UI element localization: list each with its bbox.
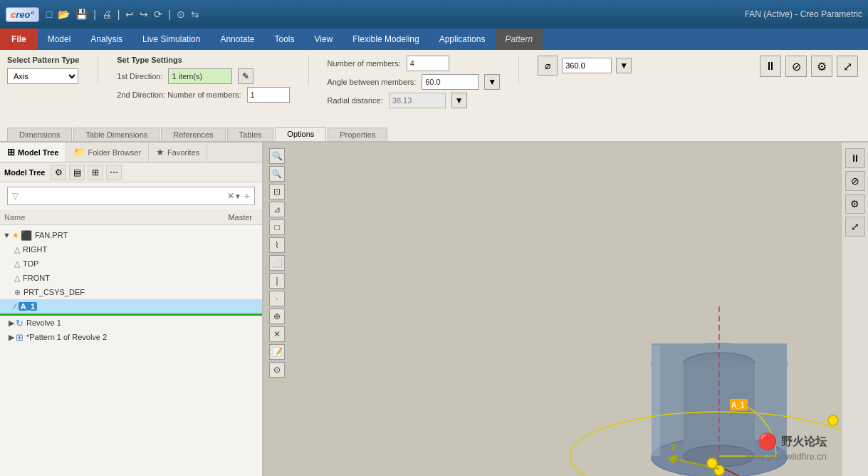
more-btn[interactable]: ⋯ bbox=[106, 165, 122, 180]
menu-tools[interactable]: Tools bbox=[264, 29, 304, 50]
angle-dropdown-btn[interactable]: ▼ bbox=[484, 74, 500, 90]
repaint-icon[interactable]: ⊙ bbox=[175, 7, 187, 21]
search-container: ▽ ✕ ▼ + bbox=[0, 182, 262, 209]
sep2 bbox=[308, 56, 309, 84]
tab-options[interactable]: Options bbox=[275, 127, 326, 141]
panel-tab-favorites[interactable]: ★ Favorites bbox=[149, 143, 207, 162]
datum-plane-btn[interactable]: ⬜ bbox=[269, 255, 285, 271]
angle-orient-icon[interactable]: ⌀ bbox=[538, 56, 558, 76]
menu-flexible-modeling[interactable]: Flexible Modeling bbox=[343, 29, 429, 50]
rt-btn-4[interactable]: ⤢ bbox=[845, 217, 865, 237]
pause-btn[interactable]: ⏸ bbox=[760, 56, 781, 77]
plane-icon-right: △ bbox=[14, 245, 20, 254]
creo-c-letter: c bbox=[11, 9, 16, 20]
redo-icon[interactable]: ↪ bbox=[138, 7, 150, 21]
undo-icon[interactable]: ↩ bbox=[124, 7, 135, 21]
angle-between-input[interactable] bbox=[422, 74, 479, 90]
menu-applications[interactable]: Applications bbox=[429, 29, 496, 50]
ribbon-action-btns: ⏸ ⊘ ⚙ ⤢ bbox=[760, 56, 861, 77]
search-input[interactable] bbox=[21, 192, 227, 200]
menu-analysis[interactable]: Analysis bbox=[80, 29, 132, 50]
panel-tab-model-tree[interactable]: ⊞ Model Tree bbox=[0, 143, 66, 162]
datum-axis-btn[interactable]: | bbox=[269, 273, 285, 289]
rt-btn-3[interactable]: ⚙ bbox=[845, 194, 865, 214]
expand-btn[interactable]: ⤢ bbox=[837, 56, 858, 77]
search-dropdown-btn[interactable]: ▼ bbox=[234, 192, 241, 200]
zoom-in-btn[interactable]: 🔍 bbox=[269, 148, 285, 164]
tab-references[interactable]: References bbox=[161, 128, 225, 141]
annotation-btn[interactable]: ⊙ bbox=[269, 362, 285, 378]
revolve1-label: Revolve 1 bbox=[26, 319, 61, 327]
rt-btn-1[interactable]: ⏸ bbox=[845, 148, 865, 168]
3d-notes-btn[interactable]: 📝 bbox=[269, 344, 285, 360]
radial-dropdown-btn[interactable]: ▼ bbox=[451, 93, 467, 108]
tree-content: ▼ ★ ⬛ FAN.PRT △ RIGHT △ TOP △ FRONT bbox=[0, 225, 262, 476]
regen-icon[interactable]: ⟳ bbox=[152, 7, 164, 21]
zoom-out-btn[interactable]: 🔍 bbox=[269, 166, 285, 182]
plane-icon-top: △ bbox=[14, 259, 20, 269]
menu-file[interactable]: File bbox=[0, 29, 38, 50]
dir1-input[interactable] bbox=[168, 68, 232, 84]
display-style-btn[interactable]: □ bbox=[269, 219, 285, 235]
tree-item-fan-prt[interactable]: ▼ ★ ⬛ FAN.PRT bbox=[0, 228, 262, 242]
tab-tables[interactable]: Tables bbox=[227, 128, 274, 141]
settings-btn[interactable]: ⚙ bbox=[811, 56, 832, 77]
axis-dropdown-row: Axis bbox=[7, 68, 79, 84]
tree-item-top[interactable]: △ TOP bbox=[0, 257, 262, 271]
zoom-fit-btn[interactable]: ⊡ bbox=[269, 184, 285, 200]
tree-item-front[interactable]: △ FRONT bbox=[0, 271, 262, 285]
tree-item-a1[interactable]: ⁄ A_1 bbox=[0, 299, 262, 314]
right-label: RIGHT bbox=[23, 245, 47, 254]
csys-label: PRT_CSYS_DEF bbox=[23, 288, 85, 296]
ribbon: Select Pattern Type Axis Set Type Settin… bbox=[0, 50, 868, 143]
search-clear-btn[interactable]: ✕ bbox=[227, 191, 234, 201]
spin-center-btn[interactable]: ✕ bbox=[269, 326, 285, 342]
floor-btn[interactable]: ⌇ bbox=[269, 237, 285, 253]
menu-view[interactable]: View bbox=[304, 29, 343, 50]
open-icon[interactable]: 📂 bbox=[56, 7, 71, 21]
datum-point-btn[interactable]: · bbox=[269, 291, 285, 306]
add-filter-btn[interactable]: + bbox=[244, 190, 250, 202]
tree-item-right[interactable]: △ RIGHT bbox=[0, 242, 262, 257]
angle-between-label: Angle between members: bbox=[328, 78, 417, 86]
menu-pattern[interactable]: Pattern bbox=[495, 29, 543, 50]
new-icon[interactable]: □ bbox=[45, 7, 53, 21]
total-angle-input[interactable] bbox=[562, 58, 612, 73]
orientation-section: ⌀ ▼ bbox=[538, 56, 632, 76]
pattern-type-select[interactable]: Axis bbox=[7, 68, 78, 84]
svg-text:A_1: A_1 bbox=[731, 401, 745, 409]
expand-panel-btn[interactable]: ⊞ bbox=[88, 165, 103, 180]
settings-tool-btn[interactable]: ⚙ bbox=[51, 165, 66, 180]
col-settings-btn[interactable]: ▤ bbox=[69, 165, 85, 180]
dir2-input[interactable] bbox=[247, 87, 290, 103]
tree-item-revolve1[interactable]: ▶ ↻ Revolve 1 bbox=[0, 316, 262, 330]
sep1 bbox=[98, 56, 98, 84]
stop-btn[interactable]: ⊘ bbox=[785, 56, 807, 77]
tree-item-pattern1[interactable]: ▶ ⊞ *Pattern 1 of Revolve 2 bbox=[0, 330, 262, 344]
front-label: FRONT bbox=[23, 274, 50, 282]
dir1-edit-btn[interactable]: ✎ bbox=[238, 68, 253, 84]
rt-btn-2[interactable]: ⊘ bbox=[845, 171, 865, 191]
total-angle-spin-btn[interactable]: ▼ bbox=[616, 58, 632, 73]
panel-tab-model-tree-label: Model Tree bbox=[18, 148, 58, 157]
num-members-row: Number of members: bbox=[328, 56, 501, 71]
panel-toolbar: Model Tree ⚙ ▤ ⊞ ⋯ bbox=[0, 162, 262, 182]
divider2: | bbox=[116, 7, 122, 21]
view-named-btn[interactable]: ⊿ bbox=[269, 202, 285, 217]
num-members-label: Number of members: bbox=[328, 59, 401, 68]
tab-table-dimensions[interactable]: Table Dimensions bbox=[73, 128, 160, 141]
tab-dimensions[interactable]: Dimensions bbox=[7, 128, 72, 141]
print-icon[interactable]: 🖨 bbox=[100, 7, 113, 21]
switch-icon[interactable]: ⇆ bbox=[189, 7, 201, 21]
num-members-input[interactable] bbox=[407, 56, 449, 71]
tab-properties[interactable]: Properties bbox=[328, 128, 387, 141]
titlebar-toolbar: □ 📂 💾 | 🖨 | ↩ ↪ ⟳ | ⊙ ⇆ bbox=[45, 7, 745, 21]
save-icon[interactable]: 💾 bbox=[74, 7, 89, 21]
menu-model[interactable]: Model bbox=[38, 29, 81, 50]
coord-sys-btn[interactable]: ⊕ bbox=[269, 309, 285, 324]
menu-live-simulation[interactable]: Live Simulation bbox=[132, 29, 210, 50]
tree-item-csys[interactable]: ⊕ PRT_CSYS_DEF bbox=[0, 285, 262, 299]
menu-annotate[interactable]: Annotate bbox=[210, 29, 264, 50]
panel-tab-folder-browser[interactable]: 📁 Folder Browser bbox=[66, 143, 149, 162]
axis-icon: ⁄ bbox=[14, 302, 16, 311]
